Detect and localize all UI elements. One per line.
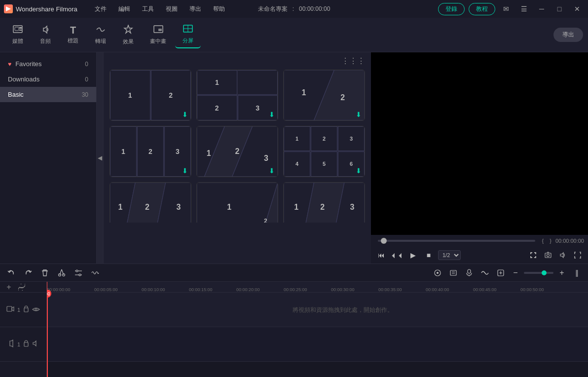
split-template-7[interactable]: 1 2 3 [110, 182, 191, 223]
tool-pip[interactable]: 畫中畫 [143, 22, 173, 48]
redo-button[interactable] [22, 266, 35, 279]
svg-marker-0 [6, 6, 11, 11]
cell-2-3: 2 [197, 95, 237, 120]
tool-media[interactable]: 媒體 [5, 22, 31, 48]
zoom-in-button[interactable]: + [556, 267, 567, 278]
microphone-icon[interactable] [463, 266, 476, 279]
split-template-4[interactable]: 1 2 3 ⬇ [110, 126, 191, 177]
minimize-button[interactable]: ─ [535, 2, 549, 16]
snapshot-icon[interactable] [542, 249, 554, 262]
expand-icon[interactable] [571, 249, 584, 262]
cut-button[interactable] [55, 266, 68, 279]
svg-rect-45 [24, 342, 28, 346]
skip-back-button[interactable]: ⏮ [375, 249, 388, 262]
project-info: 未命名專案 : 00:00:00:00 [258, 5, 331, 13]
menu-help[interactable]: 帮助 [211, 4, 227, 14]
svg-point-31 [76, 270, 78, 272]
audio-volume-icon[interactable] [32, 340, 39, 348]
adjust-button[interactable] [72, 266, 85, 279]
fullscreen-icon[interactable] [527, 249, 540, 262]
cell-4-1: 1 [110, 126, 137, 177]
stop-button[interactable]: ■ [422, 249, 435, 262]
delete-button[interactable] [38, 266, 51, 279]
video-eye-icon[interactable] [32, 306, 40, 314]
menu-icon[interactable]: ☰ [517, 2, 531, 16]
track-headers: + 1 [0, 282, 47, 377]
svg-rect-2 [15, 27, 19, 31]
ruler-mark-50: 00:00:50:00 [520, 287, 544, 292]
main-area: ♥ Favorites 0 Downloads 0 Basic 30 ◀ ⋮⋮⋮… [0, 52, 588, 264]
favorites-count: 0 [78, 61, 88, 68]
split-template-2[interactable]: 1 2 3 ⬇ [196, 70, 278, 121]
zoom-slider[interactable] [524, 272, 553, 274]
audio-track-lane[interactable] [47, 327, 588, 362]
export-button[interactable]: 導出 [553, 28, 583, 42]
menu-file[interactable]: 文件 [93, 4, 109, 14]
close-button[interactable]: ✕ [570, 2, 584, 16]
color-grade-icon[interactable] [431, 266, 444, 279]
video-track-lane[interactable]: 將視頻和資源拖拽到此處，開始創作。 [47, 293, 588, 327]
tool-audio[interactable]: 音頻 [33, 22, 58, 48]
video-track-icon[interactable] [6, 305, 14, 314]
zoom-out-button[interactable]: − [510, 267, 521, 278]
split-grid: 1 2 ⬇ 1 2 3 ⬇ [104, 70, 371, 223]
cell-2-2 [238, 70, 278, 95]
preview-ratio-select[interactable]: 1/2 1/1 2/1 [438, 250, 461, 260]
audio-waves-button[interactable] [89, 266, 102, 279]
tool-splitscreen[interactable]: 分屏 [175, 22, 201, 48]
snapshot-tl-icon[interactable] [447, 266, 460, 279]
download-icon-6: ⬇ [356, 167, 362, 175]
ruler-mark-45: 00:00:45:00 [473, 287, 497, 292]
svg-rect-43 [24, 308, 28, 312]
split-template-8[interactable]: 1 2 [196, 182, 278, 223]
mail-icon[interactable]: ✉ [499, 2, 513, 16]
split-template-9[interactable]: 1 2 3 [283, 182, 365, 223]
step-back-button[interactable]: ⏴⏴ [391, 249, 404, 262]
timeline-body: + 1 [0, 282, 588, 377]
tool-title[interactable]: T 標題 [60, 22, 86, 47]
tool-effect[interactable]: 效果 [115, 22, 141, 48]
basic-count: 30 [78, 91, 88, 98]
tutorial-button[interactable]: 教程 [469, 3, 495, 15]
sidebar-collapse-handle[interactable]: ◀ [97, 52, 104, 264]
cell-1-1: 1 [110, 70, 150, 120]
progress-thumb[interactable] [381, 238, 387, 244]
menu-edit[interactable]: 編輯 [116, 4, 132, 14]
audio-lock-icon[interactable] [23, 340, 29, 348]
tool-transition[interactable]: 轉場 [88, 22, 113, 48]
link-button[interactable] [17, 282, 27, 292]
sidebar-item-downloads[interactable]: Downloads 0 [0, 72, 96, 87]
sidebar-item-favorites[interactable]: ♥ Favorites 0 [0, 56, 96, 72]
play-button[interactable]: ▶ [406, 249, 419, 262]
timeline-tracks[interactable]: 00:00:00:00 00:00:05:00 00:00:10:00 00:0… [47, 282, 588, 377]
menu-tools[interactable]: 工具 [140, 4, 156, 14]
add-track-button[interactable]: + [4, 282, 14, 292]
split-template-3[interactable]: 1 2 ⬇ [283, 70, 365, 121]
video-lock-icon[interactable] [23, 305, 29, 314]
effects-tl-icon[interactable] [494, 266, 507, 279]
title-icon: T [70, 25, 76, 35]
ruler-mark-20: 00:00:20:00 [236, 287, 260, 292]
grid-view-icon[interactable]: ⋮⋮⋮ [341, 56, 365, 66]
sidebar-item-basic[interactable]: Basic 30 [0, 87, 96, 102]
split-template-6[interactable]: 1 2 3 4 5 6 ⬇ [283, 126, 365, 177]
timeline-ruler: 00:00:00:00 00:00:05:00 00:00:10:00 00:0… [47, 282, 588, 293]
favorites-label: Favorites [15, 60, 78, 68]
svg-rect-36 [450, 270, 456, 275]
menu-export[interactable]: 導出 [187, 4, 203, 14]
svg-point-33 [79, 274, 81, 276]
transitions-tl-icon[interactable] [478, 266, 491, 279]
splitscreen-icon [183, 25, 193, 35]
menu-view[interactable]: 視圖 [164, 4, 180, 14]
split-template-5[interactable]: 1 2 3 ⬇ [196, 126, 278, 177]
split-template-1[interactable]: 1 2 ⬇ [110, 70, 191, 121]
pause-split-button[interactable]: ‖ [570, 266, 583, 279]
progress-track[interactable] [378, 240, 535, 242]
zoom-thumb[interactable] [542, 270, 547, 275]
register-button[interactable]: 登錄 [438, 3, 465, 15]
undo-button[interactable] [5, 266, 18, 279]
maximize-button[interactable]: □ [552, 2, 566, 16]
volume-icon[interactable] [556, 249, 569, 262]
svg-rect-24 [545, 253, 551, 258]
audio-track-icon[interactable] [7, 339, 14, 349]
